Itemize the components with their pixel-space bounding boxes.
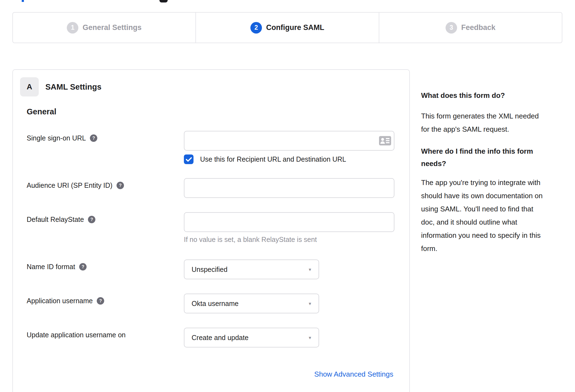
name-id-format-select[interactable]: Unspecified ▼: [184, 260, 319, 279]
step-2-number-badge: 2: [250, 22, 262, 34]
help-icon[interactable]: ?: [79, 263, 87, 270]
clipped-title-fragment-blue: [22, 0, 24, 2]
application-username-select[interactable]: Okta username ▼: [184, 294, 319, 313]
chevron-down-icon: ▼: [308, 301, 312, 306]
step-3-number-badge: 3: [446, 22, 457, 34]
sidebar-question-1: What does this form do?: [421, 89, 559, 102]
default-relaystate-label: Default RelayState ?: [27, 216, 95, 223]
section-badge-a: A: [20, 77, 39, 96]
help-sidebar: What does this form do? This form genera…: [421, 89, 559, 255]
step-1-number-badge: 1: [67, 22, 78, 34]
relaystate-hint-text: If no value is set, a blank RelayState i…: [184, 236, 317, 244]
step-2-label: Configure SAML: [266, 23, 324, 32]
general-group-title: General: [27, 107, 56, 116]
sidebar-answer-2: The app you're trying to integrate with …: [421, 176, 559, 255]
update-application-username-select[interactable]: Create and update ▼: [184, 328, 319, 347]
stepper-step-configure-saml[interactable]: 2 Configure SAML: [196, 13, 379, 43]
checkbox-checked-icon[interactable]: [184, 154, 193, 164]
audience-uri-input[interactable]: [184, 178, 394, 198]
audience-uri-label: Audience URI (SP Entity ID) ?: [27, 181, 124, 189]
field-row-single-sign-on-url: Single sign-on URL ?: [27, 131, 397, 151]
address-card-icon[interactable]: [379, 136, 391, 145]
single-sign-on-url-input[interactable]: [184, 131, 394, 151]
application-username-value: Okta username: [192, 300, 239, 308]
field-row-default-relaystate: Default RelayState ?: [27, 212, 397, 232]
saml-settings-panel: A SAML Settings General Single sign-on U…: [12, 69, 410, 392]
show-advanced-settings-link[interactable]: Show Advanced Settings: [314, 370, 393, 379]
help-icon[interactable]: ?: [88, 216, 95, 223]
panel-title: SAML Settings: [45, 82, 101, 92]
application-username-label: Application username ?: [27, 297, 104, 305]
clipped-title-fragment-dark: [159, 0, 168, 2]
help-icon[interactable]: ?: [117, 182, 124, 189]
single-sign-on-url-label: Single sign-on URL ?: [27, 134, 97, 142]
stepper-step-feedback[interactable]: 3 Feedback: [379, 13, 562, 43]
field-row-audience-uri: Audience URI (SP Entity ID) ?: [27, 178, 397, 198]
panel-header: A SAML Settings: [20, 77, 101, 96]
help-icon[interactable]: ?: [90, 134, 97, 142]
sidebar-question-2: Where do I find the info this form needs…: [421, 145, 559, 170]
field-row-update-application-username: Update application username on Create an…: [27, 328, 397, 347]
field-row-name-id-format: Name ID format ? Unspecified ▼: [27, 260, 397, 279]
stepper-step-general-settings[interactable]: 1 General Settings: [13, 13, 196, 43]
wizard-stepper: 1 General Settings 2 Configure SAML 3 Fe…: [12, 12, 562, 43]
checkbox-label: Use this for Recipient URL and Destinati…: [200, 155, 346, 163]
field-row-application-username: Application username ? Okta username ▼: [27, 294, 397, 313]
step-1-label: General Settings: [82, 23, 142, 32]
chevron-down-icon: ▼: [308, 335, 312, 340]
update-application-username-label: Update application username on: [27, 331, 126, 339]
update-application-username-value: Create and update: [192, 334, 248, 342]
chevron-down-icon: ▼: [308, 267, 312, 272]
name-id-format-label: Name ID format ?: [27, 263, 87, 271]
step-3-label: Feedback: [461, 23, 496, 32]
name-id-format-value: Unspecified: [192, 266, 228, 274]
default-relaystate-input[interactable]: [184, 212, 394, 232]
help-icon[interactable]: ?: [97, 297, 104, 305]
sidebar-answer-1: This form generates the XML needed for t…: [421, 109, 559, 136]
recipient-destination-checkbox-row[interactable]: Use this for Recipient URL and Destinati…: [184, 154, 346, 164]
